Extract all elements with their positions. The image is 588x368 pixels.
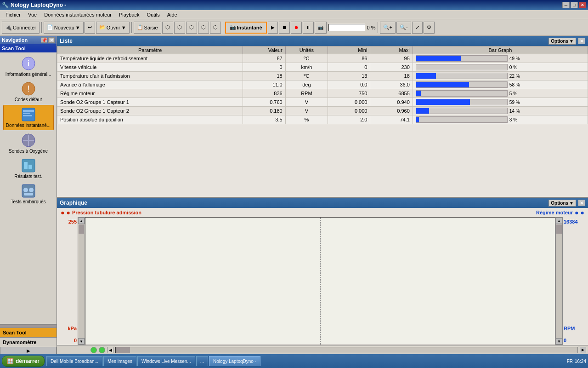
saisie-button[interactable]: 📋 Saisie: [134, 22, 161, 34]
nav-close-button[interactable]: ✕: [48, 37, 55, 43]
nav-item-resultats-test[interactable]: Résulats test.: [3, 156, 54, 181]
cell-maxi: 18: [370, 72, 413, 80]
taskbar-items: Dell Mobile Broadban... Mes images Windo…: [46, 356, 565, 366]
record-button[interactable]: ⏺: [291, 22, 302, 34]
instantane-button[interactable]: 📷 Instantané: [225, 22, 267, 34]
navigation-items: i Informations général... ! Codes défaut: [0, 52, 57, 324]
tool2-button[interactable]: ⬡: [174, 22, 185, 34]
scroll-right-down-button[interactable]: ▼: [556, 338, 562, 345]
scan-tool-header: Scan Tool: [0, 44, 57, 52]
zoom-fit-button[interactable]: ⤢: [412, 22, 423, 34]
progress-label: 0 %: [367, 25, 376, 30]
graph-h-thumb[interactable]: [116, 347, 130, 353]
menu-aide[interactable]: Aide: [164, 11, 181, 18]
liste-close-button[interactable]: ✕: [578, 38, 585, 44]
menu-fichier[interactable]: Fichier: [2, 11, 24, 18]
scroll-down-button[interactable]: ▼: [78, 338, 85, 345]
window-title: 🔧 Nology LaptoqDyno -: [2, 2, 66, 8]
graph-drawing-area: [85, 217, 555, 345]
taskbar-item-nology[interactable]: Nology LaptoqDyno -: [209, 356, 260, 366]
graph-dashed-line: [320, 218, 321, 345]
settings-button[interactable]: ⚙: [424, 22, 435, 34]
cell-parametre: Sonde O2 Groupe 1 Capteur 2: [57, 107, 243, 115]
zoom-in-button[interactable]: 🔍+: [380, 22, 396, 34]
tool3-button[interactable]: ⬡: [186, 22, 197, 34]
back-button[interactable]: ↩: [85, 22, 95, 34]
taskbar-item-3[interactable]: ...: [196, 356, 208, 366]
menu-donnees[interactable]: Données instantanées moteur: [40, 11, 115, 18]
taskbar-item-2[interactable]: Windows Live Messen...: [137, 356, 195, 366]
nav-pin-button[interactable]: 📌: [41, 37, 47, 43]
scroll-right-thumb[interactable]: [556, 224, 562, 234]
stop-button[interactable]: ⏹: [279, 22, 290, 34]
cell-valeur: 0.180: [243, 107, 285, 115]
nav-item-donnees-instantanees[interactable]: Données instantané...: [3, 105, 54, 130]
liste-title: Liste: [60, 38, 73, 44]
tool5-button[interactable]: ⬡: [210, 22, 221, 34]
maximize-button[interactable]: □: [571, 2, 578, 8]
zoom-out-button[interactable]: 🔍-: [396, 22, 411, 34]
nav-item-informations[interactable]: i Informations général...: [3, 54, 54, 79]
connect-icon: 🔌: [5, 24, 12, 31]
menu-playback[interactable]: Playback: [115, 11, 143, 18]
header-maxi: Maxi: [370, 46, 413, 54]
new-button[interactable]: 📄 Nouveau ▼: [44, 22, 84, 34]
window-controls[interactable]: ─ □ ✕: [562, 2, 586, 8]
liste-options-button[interactable]: Options ▼: [548, 38, 576, 45]
cell-maxi: 74.1: [370, 115, 413, 124]
tab-scan-tool[interactable]: Scan Tool: [0, 328, 57, 337]
snapshot-button[interactable]: 📷: [315, 22, 327, 34]
nav-item-sondes-oxygene[interactable]: Sondes à Oxygène: [3, 131, 54, 155]
svg-rect-6: [23, 113, 30, 114]
tests-embarques-icon: [21, 184, 36, 198]
minimize-button[interactable]: ─: [562, 2, 570, 8]
graph-right-scrollbar[interactable]: ▲ ▼: [555, 217, 563, 345]
liste-header-controls: Options ▼ ✕: [548, 38, 585, 45]
scroll-right-up-button[interactable]: ▲: [556, 218, 562, 224]
graphique-options-button[interactable]: Options ▼: [548, 200, 576, 207]
play-button[interactable]: ▶: [268, 22, 278, 34]
tool4-button[interactable]: ⬡: [198, 22, 209, 34]
language-indicator: FR: [567, 359, 573, 364]
graph-play-button[interactable]: [90, 347, 97, 353]
graph-left-scrollbar[interactable]: ▲ ▼: [78, 217, 85, 345]
title-bar: 🔧 Nology LaptoqDyno - ─ □ ✕: [0, 0, 588, 10]
graphique-close-button[interactable]: ✕: [578, 200, 585, 206]
taskbar-item-1[interactable]: Mes images: [103, 356, 136, 366]
graph-horizontal-scrollbar[interactable]: [115, 347, 578, 353]
menu-outils[interactable]: Outils: [143, 11, 164, 18]
cell-maxi: 0.960: [370, 107, 413, 115]
graph-back-button[interactable]: ◀: [107, 347, 113, 353]
app-icon: 🔧: [2, 2, 9, 8]
open-button[interactable]: 📂 Ouvrir ▼: [96, 22, 130, 34]
pause-button[interactable]: ⏸: [303, 22, 314, 34]
nav-expand-button[interactable]: ▶: [0, 347, 57, 354]
cell-maxi: 95: [370, 54, 413, 63]
start-button[interactable]: 🪟 démarrer: [2, 356, 45, 367]
svg-rect-13: [28, 165, 32, 169]
graphique-options-chevron: ▼: [569, 201, 574, 206]
taskbar-item-0[interactable]: Dell Mobile Broadban...: [46, 356, 102, 366]
header-valeur: Valeur: [243, 46, 285, 54]
tool1-button[interactable]: ⬡: [162, 22, 173, 34]
table-row: Température liquide de refroidissement 8…: [57, 54, 588, 63]
cell-unites: ºC: [285, 54, 328, 63]
close-button[interactable]: ✕: [579, 2, 586, 8]
cell-unites: deg: [285, 80, 328, 89]
cell-unites: RPM: [285, 89, 328, 98]
scroll-up-button[interactable]: ▲: [78, 218, 85, 224]
connect-button[interactable]: 🔌 Connecter: [2, 22, 40, 34]
table-row: Sonde O2 Groupe 1 Capteur 2 0.180 V 0.00…: [57, 107, 588, 115]
graph-stop-button[interactable]: [99, 347, 105, 353]
cell-parametre: Sonde O2 Groupe 1 Capteur 1: [57, 98, 243, 107]
nav-item-codes-defaut[interactable]: ! Codes défaut: [3, 80, 54, 104]
open-dropdown-icon: ▼: [121, 25, 126, 30]
nav-item-tests-embarques[interactable]: Tests embarqués: [3, 182, 54, 206]
menu-vue[interactable]: Vue: [24, 11, 40, 18]
graph-scroll-right-button[interactable]: ▶: [580, 347, 586, 353]
scroll-thumb[interactable]: [79, 224, 84, 234]
navigation-header: Navigation 📌 ✕: [0, 36, 57, 44]
nav-item-codes-defaut-label: Codes défaut: [15, 97, 42, 102]
navigation-panel: Navigation 📌 ✕ Scan Tool i Informations …: [0, 36, 57, 354]
tab-dynamometre[interactable]: Dynamomètre: [0, 337, 57, 347]
